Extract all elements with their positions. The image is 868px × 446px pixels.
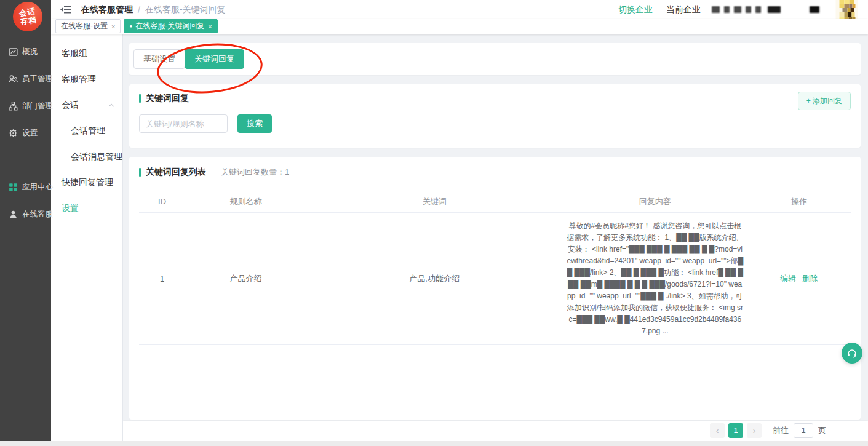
headset-icon bbox=[846, 347, 858, 359]
basic-settings-button[interactable]: 基础设置 bbox=[133, 49, 185, 69]
sidebar-item-departments[interactable]: 部门管理 bbox=[0, 92, 51, 119]
menu-item-settings[interactable]: 设置 bbox=[51, 196, 122, 221]
breadcrumb-current: 在线客服-关键词回复 bbox=[145, 4, 226, 15]
sidebar-item-label: 概况 bbox=[22, 47, 38, 57]
menu-item-session[interactable]: 会话 bbox=[51, 92, 122, 118]
logo-line2: 存档 bbox=[20, 15, 38, 26]
reply-count-label: 关键词回复数量： bbox=[221, 167, 285, 177]
app-window: 概况 员工管理 部门管理 设置 应用中心 在线客服 bbox=[0, 0, 868, 446]
keyword-reply-table: ID 规则名称 关键词 回复内容 操作 1 产品介绍 产品,功能介绍 尊敬的#会… bbox=[139, 191, 851, 345]
column-header-reply-content: 回复内容 bbox=[562, 196, 747, 207]
switch-company-link[interactable]: 切换企业 bbox=[618, 4, 653, 15]
edit-link[interactable]: 编辑 bbox=[780, 273, 796, 284]
sidebar-item-label: 在线客服 bbox=[22, 209, 53, 220]
close-icon[interactable]: × bbox=[208, 23, 212, 30]
column-header-actions: 操作 bbox=[747, 196, 851, 207]
section-title: 关键词回复 bbox=[146, 93, 189, 104]
column-header-keywords: 关键词 bbox=[306, 196, 563, 207]
menu-item-label: 会话消息管理 bbox=[71, 151, 122, 162]
top-header: 在线客服管理 / 在线客服-关键词回复 切换企业 当前企业 bbox=[51, 0, 868, 19]
table-header-row: ID 规则名称 关键词 回复内容 操作 bbox=[139, 191, 851, 213]
employees-icon bbox=[8, 74, 18, 84]
breadcrumb-root[interactable]: 在线客服管理 bbox=[81, 4, 133, 15]
menu-item-label: 客服组 bbox=[62, 48, 87, 59]
chevron-up-icon bbox=[108, 102, 115, 108]
line-chart-icon bbox=[8, 47, 18, 57]
breadcrumb: 在线客服管理 / 在线客服-关键词回复 bbox=[81, 4, 226, 15]
user-avatar[interactable] bbox=[835, 0, 858, 20]
sidebar-item-overview[interactable]: 概况 bbox=[0, 38, 51, 65]
column-header-id: ID bbox=[139, 197, 185, 206]
apps-grid-icon bbox=[8, 182, 18, 193]
settings-tabs-card: 基础设置 关键词回复 bbox=[129, 43, 861, 75]
redacted-company-name bbox=[712, 6, 819, 13]
tab-keyword-reply[interactable]: ● 在线客服-关键词回复 × bbox=[124, 19, 217, 33]
reply-content-text: 尊敬的#会员昵称#您好！ 感谢您咨询，您可以点击根据需求，了解更多系统功能： 1… bbox=[566, 213, 744, 344]
gear-icon bbox=[8, 128, 18, 138]
menu-item-label: 会话管理 bbox=[71, 125, 105, 137]
tab-online-service-settings[interactable]: 在线客服-设置 × bbox=[55, 19, 121, 33]
menu-item-label: 会话 bbox=[62, 100, 79, 111]
org-tree-icon bbox=[8, 101, 18, 111]
current-page-button[interactable]: 1 bbox=[728, 423, 743, 438]
menu-item-session-message-management[interactable]: 会话消息管理 bbox=[51, 144, 122, 170]
current-company-label: 当前企业 bbox=[666, 4, 701, 15]
page-unit-label: 页 bbox=[818, 425, 826, 436]
prev-page-button[interactable]: ‹ bbox=[710, 423, 725, 438]
goto-label: 前往 bbox=[773, 425, 789, 436]
row-actions: 编辑 删除 bbox=[747, 213, 851, 344]
search-button[interactable]: 搜索 bbox=[237, 114, 272, 133]
window-bottom-strip bbox=[0, 441, 868, 446]
breadcrumb-separator: / bbox=[138, 5, 140, 15]
agent-person-icon bbox=[8, 209, 18, 220]
sidebar-item-online-service[interactable]: 在线客服 bbox=[0, 201, 51, 228]
menu-item-service-management[interactable]: 客服管理 bbox=[51, 66, 122, 92]
menu-item-label: 设置 bbox=[62, 203, 79, 214]
reply-count-value: 1 bbox=[285, 167, 289, 177]
menu-item-service-group[interactable]: 客服组 bbox=[51, 41, 122, 66]
close-icon[interactable]: × bbox=[111, 23, 115, 30]
collapse-menu-icon[interactable] bbox=[60, 5, 71, 14]
sidebar-item-label: 应用中心 bbox=[22, 182, 53, 193]
row-reply-content: 尊敬的#会员昵称#您好！ 感谢您咨询，您可以点击根据需求，了解更多系统功能： 1… bbox=[562, 213, 747, 344]
reply-count: 关键词回复数量：1 bbox=[221, 167, 289, 178]
keyword-reply-button[interactable]: 关键词回复 bbox=[185, 49, 244, 69]
active-dot-icon: ● bbox=[129, 23, 132, 29]
sidebar-item-label: 部门管理 bbox=[22, 101, 53, 111]
main-content: 基础设置 关键词回复 关键词回复 + 添加回复 搜索 关键词回复列表 关键词回复… bbox=[123, 34, 868, 446]
sidebar-item-label: 员工管理 bbox=[22, 74, 53, 84]
keyword-search-input[interactable] bbox=[139, 114, 228, 133]
row-keywords: 产品,功能介绍 bbox=[306, 213, 563, 344]
row-rule-name: 产品介绍 bbox=[185, 213, 306, 344]
keyword-reply-list-card: 关键词回复列表 关键词回复数量：1 ID 规则名称 关键词 回复内容 操作 1 … bbox=[129, 157, 861, 420]
sidebar-item-app-center[interactable]: 应用中心 bbox=[0, 173, 51, 201]
app-logo: 会话 存档 bbox=[13, 2, 42, 31]
section-marker bbox=[139, 168, 141, 177]
table-row: 1 产品介绍 产品,功能介绍 尊敬的#会员昵称#您好！ 感谢您咨询，您可以点击根… bbox=[139, 213, 851, 345]
primary-sidebar: 概况 员工管理 部门管理 设置 应用中心 在线客服 bbox=[0, 0, 51, 446]
tab-label: 在线客服-设置 bbox=[61, 21, 108, 31]
secondary-sidebar: 客服组 客服管理 会话 会话管理 会话消息管理 快捷回复管理 设置 bbox=[51, 34, 123, 446]
menu-item-quick-reply-management[interactable]: 快捷回复管理 bbox=[51, 170, 122, 196]
sidebar-item-settings[interactable]: 设置 bbox=[0, 119, 51, 146]
menu-item-session-management[interactable]: 会话管理 bbox=[51, 118, 122, 144]
sidebar-item-label: 设置 bbox=[22, 128, 38, 138]
delete-link[interactable]: 删除 bbox=[802, 273, 818, 284]
section-marker bbox=[139, 94, 141, 103]
keyword-reply-search-card: 关键词回复 + 添加回复 搜索 bbox=[129, 84, 861, 148]
goto-page-input[interactable] bbox=[794, 423, 813, 438]
sidebar-item-employees[interactable]: 员工管理 bbox=[0, 65, 51, 92]
tab-label: 在线客服-关键词回复 bbox=[135, 21, 204, 31]
tag-tab-bar: 在线客服-设置 × ● 在线客服-关键词回复 × bbox=[51, 19, 868, 34]
menu-item-label: 快捷回复管理 bbox=[62, 177, 113, 188]
column-header-rule-name: 规则名称 bbox=[185, 196, 306, 207]
menu-item-label: 客服管理 bbox=[62, 74, 96, 85]
next-page-button[interactable]: › bbox=[747, 423, 762, 438]
list-section-title: 关键词回复列表 bbox=[146, 167, 206, 178]
add-reply-button[interactable]: + 添加回复 bbox=[798, 92, 851, 110]
row-id: 1 bbox=[139, 213, 185, 344]
floating-service-button[interactable] bbox=[842, 343, 862, 364]
